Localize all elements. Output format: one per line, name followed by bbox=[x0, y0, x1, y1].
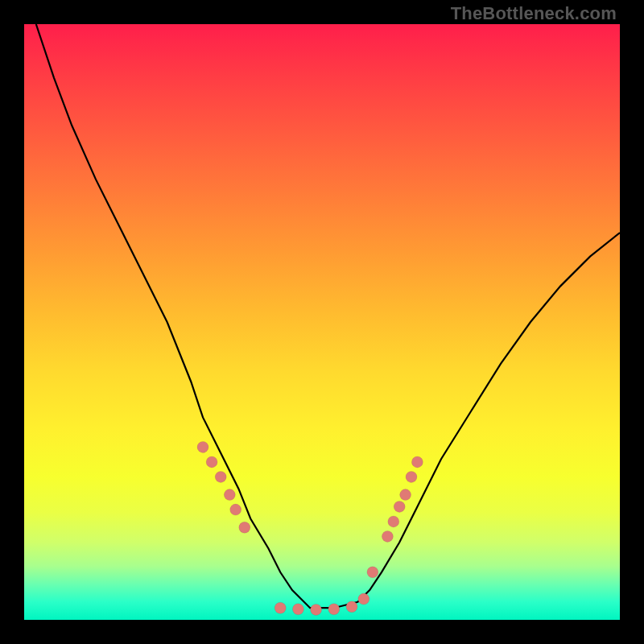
highlight-dot bbox=[215, 471, 226, 482]
highlight-dot bbox=[358, 593, 369, 605]
highlight-dot bbox=[382, 530, 393, 542]
highlight-dot bbox=[197, 441, 208, 452]
bottleneck-curve bbox=[36, 24, 620, 608]
highlight-dot bbox=[230, 504, 242, 515]
highlight-dot bbox=[406, 471, 417, 482]
highlight-dot bbox=[311, 604, 322, 615]
chart-frame: TheBottleneck.com bbox=[0, 0, 644, 644]
highlight-dot bbox=[411, 456, 423, 468]
highlight-dot bbox=[206, 456, 217, 468]
highlight-dot bbox=[400, 489, 411, 501]
highlight-dot bbox=[328, 604, 340, 615]
watermark-text: TheBottleneck.com bbox=[451, 3, 617, 24]
chart-overlay bbox=[24, 24, 620, 620]
highlight-dots-group bbox=[197, 441, 423, 615]
highlight-dot bbox=[292, 604, 303, 615]
highlight-dot bbox=[346, 601, 357, 613]
highlight-dot bbox=[394, 501, 405, 512]
highlight-dot bbox=[367, 567, 378, 578]
highlight-dot bbox=[275, 602, 286, 613]
highlight-dot bbox=[388, 516, 399, 527]
highlight-dot bbox=[224, 489, 235, 501]
highlight-dot bbox=[239, 522, 250, 533]
